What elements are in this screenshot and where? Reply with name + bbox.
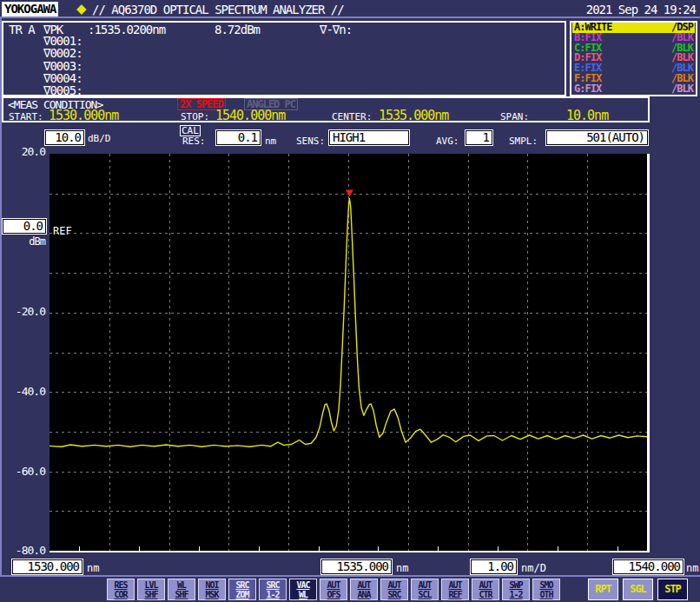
softkey-aut-src[interactable]: AUTSRC [380, 579, 408, 600]
level-scale-field[interactable]: 10.0 [45, 130, 84, 145]
title-bar: YOKOGAWA ◆ // AQ6370D OPTICAL SPECTRUM A… [0, 0, 700, 18]
res-label: RES: [182, 136, 206, 147]
softkey-aut-ref[interactable]: AUTREF [441, 579, 469, 600]
datetime: 2021 Sep 24 19:24 [586, 3, 696, 17]
level-scale-unit: dB/D [88, 133, 111, 144]
res-unit: nm [265, 136, 276, 147]
softkey-aut-ctr[interactable]: AUTCTR [472, 579, 499, 600]
active-trace-label: TR A [9, 23, 35, 36]
trace-legend: A:WRITE/DSPB:FIX/BLKC:FIX/BLKD:FIX/BLKE:… [570, 21, 697, 96]
softkey-aut-ana[interactable]: AUTANA [350, 579, 378, 600]
softkey-src-1-2[interactable]: SRC1-2 [259, 579, 287, 600]
softkey-lvl-shf[interactable]: LVLSHF [137, 579, 165, 600]
marker-list: ∇0001:∇0002:∇0003:∇0004:∇0005: [43, 35, 83, 96]
softkey-swp-1-2[interactable]: SWP1-2 [502, 579, 530, 600]
softkey-bar: RESCORLVLSHFWLSHFNOIMSKSRCZOMSRC1-2VACWL… [107, 579, 560, 600]
y-tick-20: 20.0 [2, 145, 45, 158]
softkey-aut-ofs[interactable]: AUTOFS [320, 579, 347, 600]
trace-row-g[interactable]: G:FIX/BLK [572, 84, 695, 95]
center-value[interactable]: 1535.000nm [379, 108, 448, 123]
y-tick-m20: -20.0 [2, 305, 45, 318]
trace-info-box: TR A ∇PK :1535.0200nm 8.72dBm ∇-∇n: ∇000… [2, 21, 566, 96]
marker-slot-2: ∇0002: [43, 47, 83, 59]
brand-diamond-icon: ◆ [76, 1, 87, 17]
trace-mode: /BLK [671, 84, 693, 95]
brand-logo: YOKOGAWA [2, 2, 58, 17]
smpl-label: SMPL: [509, 136, 538, 147]
span-label: SPAN: [500, 111, 529, 122]
app-title: // AQ6370D OPTICAL SPECTRUM ANALYZER // [92, 3, 344, 17]
osa-screen: YOKOGAWA ◆ // AQ6370D OPTICAL SPECTRUM A… [0, 0, 700, 602]
x-start-unit: nm [87, 562, 99, 574]
run-key-rpt[interactable]: RPT [588, 579, 618, 600]
y-tick-m60: -60.0 [2, 465, 45, 478]
peak-power-value: 8.72dBm [215, 23, 260, 36]
run-key-stp[interactable]: STP [657, 579, 688, 600]
x-center-field[interactable]: 1535.000 [321, 559, 392, 574]
marker-slot-4: ∇0004: [43, 72, 83, 84]
trace-name: G:FIX [574, 84, 601, 95]
softkey-separator-line [0, 575, 700, 577]
softkey-smo-oth[interactable]: SMOOTH [532, 579, 560, 600]
span-value[interactable]: 10.0nm [566, 108, 608, 123]
res-field[interactable]: 0.1 [216, 130, 261, 145]
peak-marker-icon[interactable] [346, 190, 353, 197]
peak-wavelength-value: :1535.0200nm [88, 23, 165, 36]
avg-field[interactable]: 1 [466, 130, 492, 145]
x-stop-field[interactable]: 1540.000 [613, 559, 683, 574]
meas-condition-box: <MEAS CONDITION> 2X SPEED ANGLED PC STAR… [2, 96, 650, 122]
softkey-src-zom[interactable]: SRCZOM [228, 579, 256, 600]
marker-slot-5: ∇0005: [43, 84, 83, 96]
spectrum-plot[interactable] [50, 154, 650, 552]
avg-label: AVG: [436, 136, 459, 147]
run-key-bar: RPTSGLSTP [588, 579, 688, 600]
start-value[interactable]: 1530.000nm [49, 108, 118, 123]
stop-label: STOP: [181, 111, 209, 122]
sens-label: SENS: [296, 136, 325, 147]
y-tick-m40: -40.0 [2, 385, 45, 398]
x-scale-field[interactable]: 1.00 [471, 559, 517, 574]
softkey-vac-wl[interactable]: VACWL [289, 579, 317, 600]
x-center-unit: nm [396, 562, 408, 574]
softkey-res-cor[interactable]: RESCOR [107, 579, 135, 600]
ref-line-label: REF [53, 225, 72, 237]
start-label: START: [9, 111, 43, 122]
center-label: CENTER: [332, 111, 372, 122]
spectrum-svg [50, 154, 647, 551]
softkey-aut-scl[interactable]: AUTSCL [411, 579, 439, 600]
run-key-sgl[interactable]: SGL [623, 579, 653, 600]
ref-level-field[interactable]: 0.0 [3, 219, 46, 234]
x-stop-unit: nm [686, 562, 698, 574]
delta-marker-label: ∇-∇n: [320, 23, 352, 36]
x-scale-unit: nm/D [521, 562, 546, 574]
softkey-noi-msk[interactable]: NOIMSK [198, 579, 226, 600]
marker-slot-3: ∇0003: [43, 60, 83, 72]
y-tick-m80: -80.0 [2, 544, 45, 557]
sens-field[interactable]: HIGH1 [329, 130, 409, 145]
softkey-wl-shf[interactable]: WLSHF [168, 579, 195, 600]
smpl-field[interactable]: 501(AUTO) [546, 130, 648, 145]
y-axis-unit: dBm [2, 235, 45, 248]
x-start-field[interactable]: 1530.000 [12, 559, 83, 574]
stop-value[interactable]: 1540.000nm [215, 108, 285, 123]
marker-slot-1: ∇0001: [43, 35, 83, 47]
